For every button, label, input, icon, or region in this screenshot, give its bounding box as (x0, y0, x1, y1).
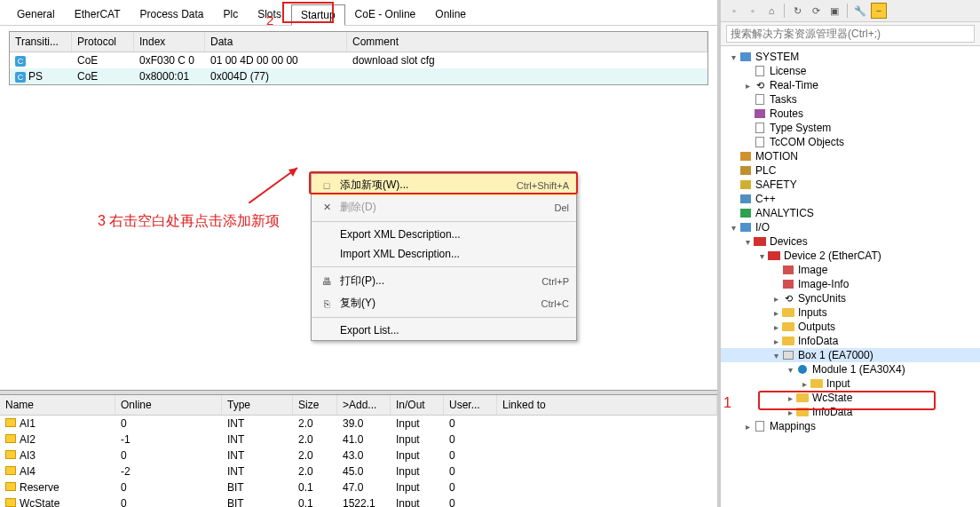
tree-syncunits[interactable]: ▸⟲SyncUnits (721, 291, 980, 305)
grid-col-header[interactable]: Size (293, 395, 337, 415)
col-header[interactable]: Data (205, 32, 347, 51)
tree-type-system[interactable]: Type System (721, 121, 980, 135)
tree-expander[interactable]: ▾ (771, 351, 781, 360)
startup-row[interactable]: CPSCoE0x8000:010x004D (77) (10, 68, 707, 84)
tree-plc[interactable]: PLC (721, 163, 980, 178)
tree-expander[interactable]: ▾ (728, 52, 739, 62)
grid-col-header[interactable]: Type (222, 395, 293, 415)
tree-expander[interactable]: ▸ (785, 408, 795, 417)
wrench-button[interactable]: 🔧 (852, 3, 868, 19)
tree-expander[interactable]: ▾ (728, 223, 739, 233)
sys-icon (739, 51, 753, 63)
ctx--p-[interactable]: 🖶打印(P)...Ctrl+P (312, 270, 576, 292)
ctx-export-xml-description-[interactable]: Export XML Description... (312, 225, 576, 244)
ctx--y-[interactable]: ⎘复制(Y)Ctrl+C (312, 292, 576, 314)
col-header[interactable]: Comment (347, 32, 707, 51)
tree-routes[interactable]: Routes (721, 107, 980, 121)
tree-expander[interactable]: ▸ (785, 393, 795, 403)
tree-expander[interactable]: ▸ (771, 294, 781, 304)
grid-col-header[interactable]: Online (115, 395, 222, 415)
properties-button[interactable]: − (871, 3, 887, 19)
tree-expander[interactable]: ▸ (771, 308, 781, 318)
tree-expander[interactable]: ▾ (742, 237, 753, 247)
home-button[interactable]: ⌂ (763, 3, 779, 19)
tree-wcstate[interactable]: ▸WcState (721, 391, 980, 405)
page-icon (753, 136, 767, 148)
folder-icon (781, 321, 795, 333)
tree-box-1-ea7000-[interactable]: ▾Box 1 (EA7000) (721, 348, 980, 362)
tree-infodata[interactable]: ▸InfoData (721, 334, 980, 348)
tree-tasks[interactable]: Tasks (721, 92, 980, 107)
tree-expander[interactable]: ▸ (771, 337, 781, 346)
tree-infodata[interactable]: ▸InfoData (721, 405, 980, 419)
tree-device-2-ethercat-[interactable]: ▾Device 2 (EtherCAT) (721, 249, 980, 263)
img-icon (781, 264, 795, 276)
tree-safety[interactable]: SAFETY (721, 178, 980, 192)
startup-table: Transiti...ProtocolIndexDataComment CCoE… (9, 31, 708, 85)
tree-devices[interactable]: ▾Devices (721, 234, 980, 249)
tab-ethercat[interactable]: EtherCAT (65, 4, 130, 25)
tab-online[interactable]: Online (425, 4, 476, 25)
refresh-button[interactable]: ⟳ (808, 3, 824, 19)
tree-label: Mappings (770, 420, 816, 432)
tree-expander[interactable]: ▸ (742, 81, 753, 91)
tree-module-1-ea30x4-[interactable]: ▾Module 1 (EA30X4) (721, 362, 980, 376)
tree-system[interactable]: ▾SYSTEM (721, 50, 980, 64)
tree-label: SAFETY (755, 178, 797, 191)
tab-process-data[interactable]: Process Data (130, 4, 214, 25)
col-header[interactable]: Transiti... (10, 32, 72, 51)
tree-analytics[interactable]: ANALYTICS (721, 206, 980, 220)
grid-row[interactable]: AI2-1INT2.041.0Input0 (0, 432, 717, 448)
tab-general[interactable]: General (7, 4, 65, 25)
col-header[interactable]: Index (134, 32, 205, 51)
ctx-export-list-[interactable]: Export List... (312, 321, 576, 340)
grid-col-header[interactable]: In/Out (391, 395, 444, 415)
tree-image[interactable]: Image (721, 263, 980, 277)
sync-button[interactable]: ↻ (789, 3, 805, 19)
tree-label: Module 1 (EA30X4) (812, 363, 905, 376)
tree-c-[interactable]: C++ (721, 192, 980, 206)
ctx-import-xml-description-[interactable]: Import XML Description... (312, 244, 576, 264)
tree-real-time[interactable]: ▸⟲Real-Time (721, 78, 980, 92)
tree-expander[interactable]: ▸ (771, 322, 781, 332)
tab-slots[interactable]: Slots (248, 4, 291, 25)
tree-license[interactable]: License (721, 64, 980, 78)
search-input[interactable] (726, 25, 975, 43)
col-header[interactable]: Protocol (72, 32, 134, 51)
grid-row[interactable]: WcState0BIT0.11522.1Input0 (0, 495, 717, 507)
folder-icon (795, 392, 810, 404)
grid-col-header[interactable]: User... (444, 395, 497, 415)
tree-inputs[interactable]: ▸Inputs (721, 305, 980, 320)
grid-row[interactable]: AI30INT2.043.0Input0 (0, 448, 717, 463)
grid-col-header[interactable]: Linked to (497, 395, 717, 415)
startup-row[interactable]: CCoE0xF030 C 001 00 4D 00 00 00download … (10, 52, 707, 68)
tree-input[interactable]: ▸Input (721, 376, 980, 391)
tree-mappings[interactable]: ▸Mappings (721, 419, 980, 433)
tree-expander[interactable]: ▸ (799, 379, 810, 389)
ctx-icon: ✕ (319, 202, 335, 213)
ctx--w-[interactable]: □添加新项(W)...Ctrl+Shift+A (312, 174, 576, 196)
tree-expander[interactable]: ▸ (742, 422, 753, 432)
tab-startup[interactable]: Startup (291, 4, 345, 26)
tree-outputs[interactable]: ▸Outputs (721, 320, 980, 334)
grid-col-header[interactable]: >Add... (337, 395, 391, 415)
tree-expander[interactable]: ▾ (756, 251, 767, 261)
forward-button[interactable]: ◦ (745, 3, 761, 19)
back-button[interactable]: ◦ (726, 3, 742, 19)
route-icon (753, 107, 767, 120)
tree-label: PLC (755, 164, 776, 177)
collapse-button[interactable]: ▣ (826, 3, 842, 19)
box-icon (781, 349, 795, 361)
tree-tccom-objects[interactable]: TcCOM Objects (721, 135, 980, 149)
grid-col-header[interactable]: Name (0, 395, 115, 415)
grid-row[interactable]: AI10INT2.039.0Input0 (0, 416, 717, 432)
tab-plc[interactable]: Plc (214, 4, 249, 25)
grid-row[interactable]: Reserve0BIT0.147.0Input0 (0, 479, 717, 495)
tab-coe---online[interactable]: CoE - Online (345, 4, 426, 25)
sync-icon: ⟲ (753, 79, 767, 91)
tree-motion[interactable]: MOTION (721, 149, 980, 163)
tree-i-o[interactable]: ▾I/O (721, 220, 980, 234)
grid-row[interactable]: AI4-2INT2.045.0Input0 (0, 463, 717, 479)
tree-expander[interactable]: ▾ (785, 365, 795, 375)
tree-image-info[interactable]: Image-Info (721, 277, 980, 291)
